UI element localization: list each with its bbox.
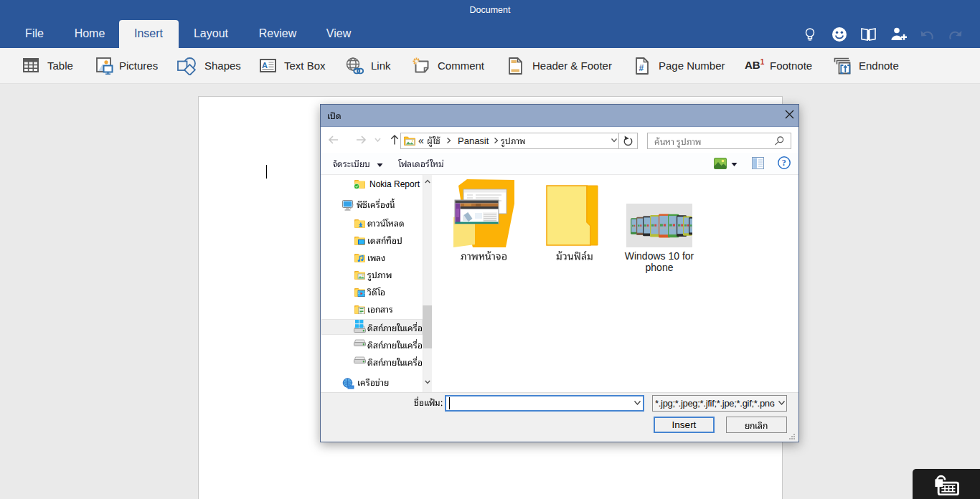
svg-text:#: # [639,63,644,73]
svg-text:A: A [262,61,268,70]
svg-text:?: ? [782,158,786,168]
